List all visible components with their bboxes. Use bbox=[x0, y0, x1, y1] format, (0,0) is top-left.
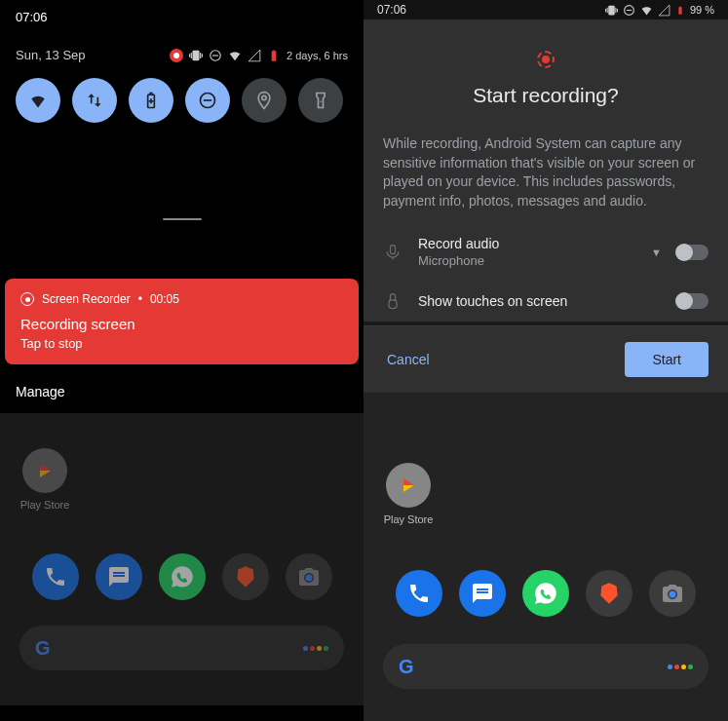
status-bar-row: Sun, 13 Sep 2 days, 6 hrs bbox=[0, 34, 364, 70]
status-time: 07:06 bbox=[377, 3, 406, 17]
manage-button[interactable]: Manage bbox=[0, 370, 364, 413]
wifi-icon bbox=[28, 91, 48, 110]
cancel-button[interactable]: Cancel bbox=[383, 342, 434, 377]
battery-text: 2 days, 6 hrs bbox=[287, 50, 348, 61]
qs-location-tile[interactable] bbox=[242, 78, 287, 123]
whatsapp-icon bbox=[533, 581, 558, 606]
notification-separator: • bbox=[138, 292, 142, 306]
dialog-actions: Cancel Start bbox=[364, 325, 728, 393]
shade-handle[interactable] bbox=[163, 218, 202, 220]
microphone-icon bbox=[383, 243, 402, 262]
record-audio-toggle[interactable] bbox=[677, 245, 709, 260]
dock-whatsapp[interactable] bbox=[159, 553, 206, 600]
vibrate-icon bbox=[189, 49, 203, 62]
camera-icon bbox=[297, 565, 321, 588]
svg-point-10 bbox=[305, 575, 312, 582]
svg-rect-13 bbox=[391, 245, 396, 253]
battery-percentage: 99 % bbox=[690, 4, 714, 16]
dock-whatsapp[interactable] bbox=[522, 570, 569, 617]
screenshot-right: 07:06 99 % Start recording? While record… bbox=[364, 0, 728, 721]
dock-brave[interactable] bbox=[586, 570, 632, 617]
dock-camera[interactable] bbox=[286, 553, 332, 600]
qs-wifi-tile[interactable] bbox=[16, 78, 60, 123]
home-screen[interactable]: Play Store G bbox=[364, 393, 728, 721]
data-arrows-icon bbox=[85, 91, 104, 110]
battery-status-icon bbox=[675, 4, 685, 17]
play-store-shortcut[interactable]: Play Store bbox=[16, 448, 74, 511]
qs-battery-saver-tile[interactable] bbox=[129, 78, 173, 123]
messages-icon bbox=[471, 582, 494, 605]
recording-notification[interactable]: Screen Recorder • 00:05 Recording screen… bbox=[5, 279, 359, 364]
play-store-icon bbox=[386, 463, 431, 508]
status-time: 07:06 bbox=[0, 0, 364, 34]
signal-status-icon bbox=[658, 4, 671, 17]
dock-phone[interactable] bbox=[32, 553, 79, 600]
vibrate-icon bbox=[605, 4, 618, 17]
messages-icon bbox=[107, 565, 131, 588]
quick-settings-row[interactable] bbox=[0, 70, 364, 131]
svg-point-8 bbox=[262, 95, 266, 99]
battery-status-icon bbox=[267, 49, 281, 62]
dock-messages[interactable] bbox=[96, 553, 142, 600]
notification-subtitle: Tap to stop bbox=[20, 336, 343, 351]
play-store-label: Play Store bbox=[16, 499, 74, 511]
dock bbox=[16, 553, 348, 600]
screenshot-left: 07:06 Sun, 13 Sep 2 days, 6 hrs bbox=[0, 0, 364, 721]
play-store-label: Play Store bbox=[379, 513, 438, 525]
phone-icon bbox=[44, 565, 67, 588]
flashlight-icon bbox=[311, 91, 330, 110]
show-touches-option[interactable]: Show touches on screen bbox=[383, 282, 709, 321]
touch-icon bbox=[383, 291, 402, 311]
signal-status-icon bbox=[248, 49, 261, 62]
qs-flashlight-tile[interactable] bbox=[298, 78, 343, 123]
record-icon bbox=[20, 292, 34, 306]
wifi-status-icon bbox=[640, 4, 653, 17]
dnd-status-icon bbox=[623, 4, 635, 17]
home-screen-dimmed: Play Store G bbox=[0, 413, 364, 705]
dock-phone[interactable] bbox=[396, 570, 442, 617]
phone-icon bbox=[407, 582, 431, 605]
dock-camera[interactable] bbox=[649, 570, 696, 617]
notification-header: Screen Recorder • 00:05 bbox=[20, 292, 343, 306]
notification-shade[interactable]: 07:06 Sun, 13 Sep 2 days, 6 hrs bbox=[0, 0, 364, 273]
notification-timer: 00:05 bbox=[150, 292, 179, 306]
notification-title: Recording screen bbox=[20, 316, 343, 332]
show-touches-toggle[interactable] bbox=[677, 293, 709, 309]
search-bar[interactable]: G bbox=[19, 626, 344, 670]
svg-point-14 bbox=[670, 591, 676, 598]
qs-data-tile[interactable] bbox=[72, 78, 117, 123]
assistant-icon[interactable] bbox=[303, 646, 328, 651]
notification-app-name: Screen Recorder bbox=[42, 292, 131, 306]
status-icons-right: 99 % bbox=[605, 4, 714, 17]
dock-messages[interactable] bbox=[459, 570, 506, 617]
brave-icon bbox=[233, 564, 258, 589]
battery-saver-icon bbox=[141, 91, 161, 110]
record-audio-option[interactable]: Record audio Microphone ▼ bbox=[383, 226, 709, 278]
assistant-icon[interactable] bbox=[668, 664, 693, 669]
qs-dnd-tile[interactable] bbox=[185, 78, 230, 123]
location-icon bbox=[254, 91, 274, 110]
status-bar: 07:06 99 % bbox=[364, 0, 728, 19]
google-logo-icon: G bbox=[35, 637, 51, 660]
start-button[interactable]: Start bbox=[625, 342, 709, 377]
google-logo-icon: G bbox=[399, 656, 414, 678]
date-label[interactable]: Sun, 13 Sep bbox=[16, 48, 86, 62]
record-icon bbox=[537, 51, 555, 68]
dock bbox=[379, 570, 712, 617]
dialog-title: Start recording? bbox=[383, 84, 709, 107]
record-audio-source: Microphone bbox=[418, 253, 635, 268]
screen-record-dialog: Start recording? While recording, Androi… bbox=[364, 19, 728, 322]
record-audio-label: Record audio bbox=[418, 236, 635, 251]
brave-icon bbox=[596, 581, 622, 606]
dnd-icon bbox=[198, 91, 217, 110]
dropdown-chevron-icon[interactable]: ▼ bbox=[651, 247, 662, 258]
show-touches-label: Show touches on screen bbox=[418, 293, 662, 309]
play-store-shortcut[interactable]: Play Store bbox=[379, 463, 438, 525]
search-bar[interactable]: G bbox=[383, 644, 709, 689]
whatsapp-icon bbox=[170, 564, 195, 589]
wifi-status-icon bbox=[228, 49, 242, 62]
dock-brave[interactable] bbox=[222, 553, 269, 600]
camera-icon bbox=[661, 582, 684, 605]
status-icons: 2 days, 6 hrs bbox=[170, 49, 348, 62]
recording-indicator-icon bbox=[170, 49, 183, 62]
